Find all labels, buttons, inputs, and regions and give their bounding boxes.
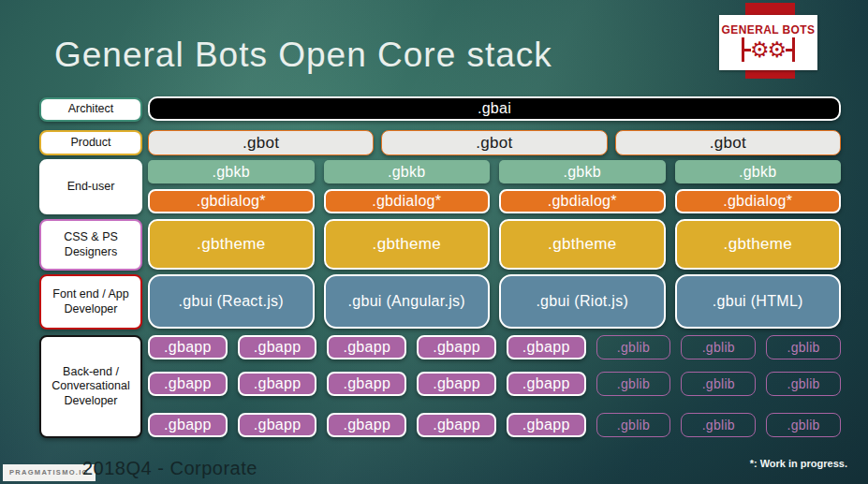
gbapp-box: .gbapp [327,413,406,437]
logo-right-line [786,49,792,51]
row-gbdialog: .gbdialog* .gbdialog* .gbdialog* .gbdial… [148,189,841,213]
row-gbai: .gbai [148,96,841,121]
label-end-user: End-user [39,159,142,214]
logo-right-bar [792,37,795,62]
gblib-box: .gblib [596,335,671,359]
label-architect: Architect [39,97,142,122]
gblib-box: .gblib [766,335,841,359]
gbtheme-box: .gbtheme [499,219,666,270]
work-in-progress-footnote: *: Work in progress. [750,458,847,469]
gbkb-box: .gbkb [675,160,842,183]
gbui-react-box: .gbui (React.js) [148,274,315,329]
gbtheme-box: .gbtheme [148,219,315,270]
gblib-box: .gblib [766,413,841,437]
gblib-box: .gblib [596,372,671,396]
gblib-box: .gblib [596,413,671,437]
gear-icon: ⚙ [768,39,787,61]
row-gbkb: .gbkb .gbkb .gbkb .gbkb [148,160,841,183]
gbot-box: .gbot [148,130,374,155]
footer-version-text: 2018Q4 - Corporate [82,458,257,479]
gbkb-box: .gbkb [499,160,666,183]
gbapp-box: .gbapp [238,335,317,359]
gbui-html-box: .gbui (HTML) [675,274,842,329]
gbapp-box: .gbapp [507,335,586,359]
gbapp-box: .gbapp [507,372,586,396]
gbapp-box: .gbapp [417,413,496,437]
label-product: Product [39,130,142,155]
slide: General Bots Open Core stack GENERAL BOT… [0,0,868,484]
gbapp-box: .gbapp [238,372,317,396]
gbapp-box: .gbapp [327,335,406,359]
gbapp-box: .gbapp [148,335,228,359]
gbkb-box: .gbkb [148,160,315,183]
gblib-box: .gblib [681,372,756,396]
general-bots-logo: GENERAL BOTS ⚙ ⚙ [719,15,817,70]
gbui-angular-box: .gbui (Angular.js) [324,274,491,329]
gbkb-box: .gbkb [324,160,491,183]
gbdialog-box: .gbdialog* [324,189,491,213]
gbot-box: .gbot [615,130,841,155]
gbapp-box: .gbapp [148,413,228,437]
row-gbapp-3: .gbapp .gbapp .gbapp .gbapp .gbapp .gbli… [148,413,841,437]
row-gbui: .gbui (React.js) .gbui (Angular.js) .gbu… [148,274,841,329]
gear-icon: ⚙ [750,39,770,61]
row-gbapp-1: .gbapp .gbapp .gbapp .gbapp .gbapp .gbli… [148,335,841,359]
gbtheme-box: .gbtheme [675,219,842,270]
gbdialog-box: .gbdialog* [499,189,666,213]
gbdialog-box: .gbdialog* [148,189,315,213]
label-css-ps-designers: CSS & PS Designers [39,219,142,271]
label-back-end-conversational-developer: Back-end / Conversational Developer [39,335,142,438]
gbapp-box: .gbapp [238,413,317,437]
gblib-box: .gblib [681,413,756,437]
gbui-riot-box: .gbui (Riot.js) [499,274,666,329]
row-gbot: .gbot .gbot .gbot [148,130,841,155]
logo-text: GENERAL BOTS [722,23,816,37]
gbot-box: .gbot [381,130,607,155]
gbapp-box: .gbapp [507,413,586,437]
gbapp-box: .gbapp [148,372,228,396]
gbapp-box: .gbapp [327,372,406,396]
label-front-end-app-developer: Font end / App Developer [39,274,142,330]
gblib-box: .gblib [766,372,841,396]
gblib-box: .gblib [681,335,756,359]
gbapp-box: .gbapp [417,335,496,359]
row-gbapp-2: .gbapp .gbapp .gbapp .gbapp .gbapp .gbli… [148,372,841,396]
gbtheme-box: .gbtheme [324,219,491,270]
gbai-box: .gbai [148,96,841,121]
row-gbtheme: .gbtheme .gbtheme .gbtheme .gbtheme [148,219,841,270]
gbdialog-box: .gbdialog* [675,189,842,213]
logo-mark: ⚙ ⚙ [742,37,795,62]
page-title: General Bots Open Core stack [54,36,552,75]
gbapp-box: .gbapp [417,372,496,396]
pragmatismo-badge: PRAGMATISMO.IO [3,464,96,481]
